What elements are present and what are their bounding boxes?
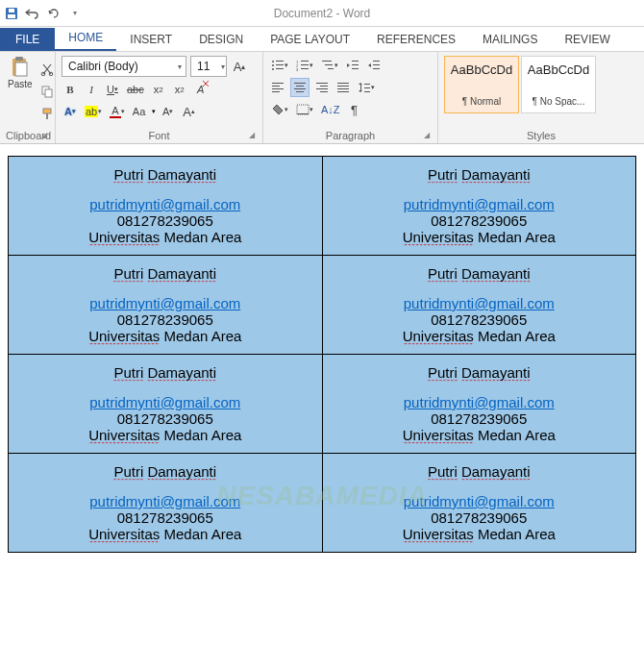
label-cell[interactable]: Putri Damayanti putridmynti@gmail.com 08… xyxy=(9,355,323,454)
label-email[interactable]: putridmynti@gmail.com xyxy=(404,493,555,509)
tab-references[interactable]: REFERENCES xyxy=(363,28,469,51)
tab-home[interactable]: HOME xyxy=(55,26,116,51)
label-cell[interactable]: Putri Damayanti putridmynti@gmail.com 08… xyxy=(322,355,636,454)
multilevel-list-button[interactable]: ▾ xyxy=(319,56,340,75)
title-bar: ▾ Document2 - Word xyxy=(0,0,644,27)
label-name: Putri Damayanti xyxy=(327,265,632,282)
document-area[interactable]: Putri Damayanti putridmynti@gmail.com 08… xyxy=(0,144,644,553)
svg-rect-35 xyxy=(272,88,284,89)
change-case-button[interactable]: Aa xyxy=(131,102,148,121)
svg-rect-54 xyxy=(297,113,309,114)
qat-dropdown-icon[interactable]: ▾ xyxy=(67,6,83,21)
label-email[interactable]: putridmynti@gmail.com xyxy=(89,394,240,410)
font-size-combo[interactable]: 11 ▾ xyxy=(190,56,227,77)
label-phone: 081278239065 xyxy=(12,509,318,526)
undo-icon[interactable] xyxy=(25,6,40,21)
svg-rect-48 xyxy=(337,91,349,92)
tab-file[interactable]: FILE xyxy=(0,28,55,51)
label-cell[interactable]: Putri Damayanti putridmynti@gmail.com 08… xyxy=(9,157,323,256)
svg-point-14 xyxy=(272,64,274,66)
font-size-value: 11 xyxy=(191,60,215,73)
svg-rect-1 xyxy=(8,14,15,18)
tab-page-layout[interactable]: PAGE LAYOUT xyxy=(257,28,363,51)
label-university: Universitas Medan Area xyxy=(12,427,318,443)
label-name: Putri Damayanti xyxy=(327,364,632,381)
subscript-button[interactable]: x2 xyxy=(150,80,167,99)
style-no-spacing[interactable]: AaBbCcDd ¶ No Spac... xyxy=(521,56,596,113)
justify-button[interactable] xyxy=(334,78,352,97)
underline-button[interactable]: U▾ xyxy=(104,80,121,99)
svg-rect-27 xyxy=(352,61,359,62)
increase-indent-button[interactable] xyxy=(365,56,383,75)
shading-button[interactable]: ▾ xyxy=(269,100,290,119)
svg-rect-32 xyxy=(373,68,380,69)
highlight-button[interactable]: ab▾ xyxy=(83,102,104,121)
label-email[interactable]: putridmynti@gmail.com xyxy=(89,493,240,509)
paragraph-label: Paragraph xyxy=(269,128,432,143)
shrink-font-button[interactable]: A▾ xyxy=(160,102,177,121)
align-left-button[interactable] xyxy=(269,78,286,97)
label-name: Putri Damayanti xyxy=(327,166,632,183)
paragraph-launcher-icon[interactable]: ◢ xyxy=(424,131,433,140)
group-styles: AaBbCcDd ¶ Normal AaBbCcDd ¶ No Spac... … xyxy=(438,52,644,143)
grow-font-button[interactable]: A▴ xyxy=(231,57,248,76)
grow-font-button-2[interactable]: A▴ xyxy=(181,102,198,121)
svg-rect-26 xyxy=(328,68,334,69)
font-name-combo[interactable]: Calibri (Body) ▾ xyxy=(62,56,186,77)
table-row: Putri Damayanti putridmynti@gmail.com 08… xyxy=(9,256,636,355)
save-icon[interactable] xyxy=(4,6,19,21)
labels-table[interactable]: Putri Damayanti putridmynti@gmail.com 08… xyxy=(8,156,636,553)
align-center-button[interactable] xyxy=(290,78,310,97)
show-marks-button[interactable]: ¶ xyxy=(346,100,363,119)
svg-rect-51 xyxy=(364,87,370,88)
italic-button[interactable]: I xyxy=(83,80,100,99)
style-normal[interactable]: AaBbCcDd ¶ Normal xyxy=(444,56,519,113)
label-email[interactable]: putridmynti@gmail.com xyxy=(404,196,555,212)
svg-rect-41 xyxy=(316,83,328,84)
line-spacing-button[interactable]: ▾ xyxy=(356,78,377,97)
label-name: Putri Damayanti xyxy=(12,364,318,381)
strikethrough-button[interactable]: abc xyxy=(125,80,146,99)
decrease-indent-button[interactable] xyxy=(344,56,361,75)
align-right-button[interactable] xyxy=(313,78,331,97)
label-cell[interactable]: Putri Damayanti putridmynti@gmail.com 08… xyxy=(322,454,636,553)
svg-rect-43 xyxy=(316,88,328,89)
copy-button[interactable] xyxy=(38,82,56,101)
clear-formatting-button[interactable]: A xyxy=(192,80,210,99)
tab-insert[interactable]: INSERT xyxy=(116,28,186,51)
style-sample: AaBbCcDd xyxy=(524,62,593,77)
sort-button[interactable]: A↓Z xyxy=(319,100,342,119)
label-name: Putri Damayanti xyxy=(12,265,318,282)
label-email[interactable]: putridmynti@gmail.com xyxy=(404,295,555,311)
tab-review[interactable]: REVIEW xyxy=(551,28,623,51)
quick-access-toolbar: ▾ xyxy=(4,6,83,21)
format-painter-button[interactable] xyxy=(38,104,56,123)
group-clipboard: Paste Clipboard ◢ xyxy=(0,52,56,143)
label-cell[interactable]: Putri Damayanti putridmynti@gmail.com 08… xyxy=(322,157,636,256)
label-email[interactable]: putridmynti@gmail.com xyxy=(89,196,240,212)
paste-button[interactable]: Paste xyxy=(6,56,35,89)
label-email[interactable]: putridmynti@gmail.com xyxy=(404,394,555,410)
clipboard-launcher-icon[interactable]: ◢ xyxy=(41,131,51,140)
label-university: Universitas Medan Area xyxy=(12,229,318,245)
superscript-button[interactable]: x2 xyxy=(171,80,188,99)
redo-icon[interactable] xyxy=(46,6,62,21)
cut-button[interactable] xyxy=(38,60,56,79)
label-cell[interactable]: Putri Damayanti putridmynti@gmail.com 08… xyxy=(9,256,323,355)
tab-mailings[interactable]: MAILINGS xyxy=(469,28,551,51)
tab-design[interactable]: DESIGN xyxy=(186,28,257,51)
svg-rect-13 xyxy=(276,61,284,62)
numbering-button[interactable]: 123▾ xyxy=(294,56,315,75)
text-effects-button[interactable]: A▾ xyxy=(62,102,79,121)
label-email[interactable]: putridmynti@gmail.com xyxy=(89,295,240,311)
font-color-button[interactable]: A▾ xyxy=(108,102,126,121)
label-cell[interactable]: Putri Damayanti putridmynti@gmail.com 08… xyxy=(9,454,323,553)
svg-rect-30 xyxy=(373,61,380,62)
svg-rect-28 xyxy=(352,64,359,65)
bold-button[interactable]: B xyxy=(62,80,79,99)
borders-button[interactable]: ▾ xyxy=(294,100,315,119)
font-launcher-icon[interactable]: ◢ xyxy=(249,131,259,140)
svg-rect-50 xyxy=(364,84,370,85)
bullets-button[interactable]: ▾ xyxy=(269,56,290,75)
label-cell[interactable]: Putri Damayanti putridmynti@gmail.com 08… xyxy=(322,256,636,355)
